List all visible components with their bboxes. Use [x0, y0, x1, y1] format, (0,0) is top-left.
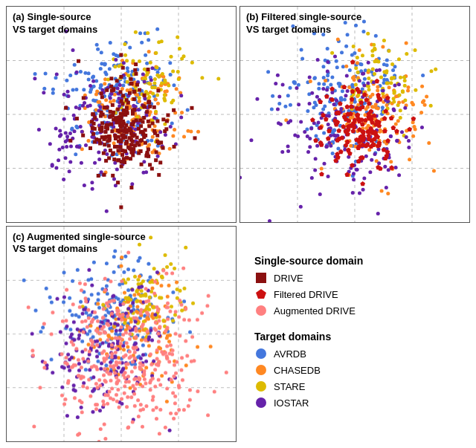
legend-filtered-drive-icon	[254, 288, 268, 301]
legend-augmented-drive-label: Augmented DRIVE	[274, 305, 356, 316]
legend-iostar-label: IOSTAR	[274, 397, 309, 409]
legend-avrdb-label: AVRDB	[274, 348, 306, 360]
legend-drive: DRIVE	[254, 271, 455, 285]
scatter-plot-b	[240, 7, 469, 222]
legend-stare-icon	[254, 380, 268, 393]
legend-chasedb-label: CHASEDB	[274, 365, 321, 376]
legend-drive-label: DRIVE	[274, 273, 303, 284]
legend-augmented-drive: Augmented DRIVE	[254, 304, 455, 317]
legend-avrdb: AVRDB	[254, 347, 455, 360]
svg-marker-0	[256, 289, 266, 299]
legend-chasedb-icon	[254, 363, 268, 377]
legend-filtered-drive-label: Filtered DRIVE	[274, 289, 338, 300]
panel-a: (a) Single-source VS target domains	[6, 6, 237, 223]
legend-drive-icon	[254, 271, 268, 285]
legend-panel: Single-source domain DRIVE Filtered DRIV…	[239, 226, 470, 443]
panel-b: (b) Filtered single-source VS target dom…	[239, 6, 470, 223]
panel-c: (c) Augmented single-source VS target do…	[6, 226, 237, 443]
main-container: (a) Single-source VS target domains (b) …	[0, 0, 476, 448]
legend-iostar: IOSTAR	[254, 396, 455, 409]
legend-avrdb-icon	[254, 347, 268, 360]
legend-filtered-drive: Filtered DRIVE	[254, 288, 455, 301]
legend-iostar-icon	[254, 396, 268, 409]
legend-target-title: Target domains	[254, 331, 455, 343]
scatter-plot-c	[7, 227, 236, 442]
legend-augmented-drive-icon	[254, 304, 268, 317]
legend-stare-label: STARE	[274, 381, 305, 392]
legend-single-source-title: Single-source domain	[254, 255, 455, 267]
legend-chasedb: CHASEDB	[254, 363, 455, 377]
scatter-plot-a	[7, 7, 236, 222]
legend-stare: STARE	[254, 380, 455, 393]
